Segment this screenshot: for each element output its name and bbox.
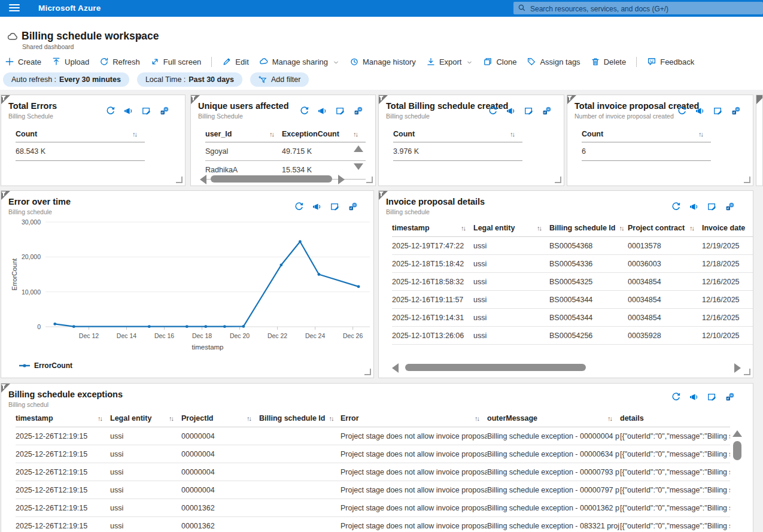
- column-header-outermessage[interactable]: outerMessage↑↓: [487, 414, 620, 422]
- column-header-projectid[interactable]: ProjectId↑↓: [181, 414, 259, 422]
- tile-resize-handle[interactable]: [366, 177, 373, 183]
- time-range-filter-pill[interactable]: Local Time : Past 30 days: [137, 72, 242, 87]
- analytics-icon[interactable]: [159, 106, 169, 116]
- toolbar-button-upload[interactable]: Upload: [51, 57, 89, 66]
- scroll-right-arrow[interactable]: [338, 175, 345, 184]
- note-edit-icon[interactable]: [707, 202, 717, 212]
- column-header-error[interactable]: Error↑↓: [341, 414, 487, 422]
- analytics-icon[interactable]: [725, 392, 735, 402]
- toolbar-button-assign-tags[interactable]: Assign tags: [527, 57, 580, 66]
- analytics-icon[interactable]: [725, 202, 735, 212]
- sort-icon[interactable]: ↑↓: [475, 415, 479, 422]
- vertical-scrollbar-thumb[interactable]: [733, 441, 741, 460]
- scroll-up-arrow[interactable]: [732, 430, 742, 437]
- toolbar-button-full-screen[interactable]: Full screen: [150, 57, 202, 66]
- sort-icon[interactable]: ↑↓: [698, 130, 703, 138]
- tile-resize-handle[interactable]: [176, 177, 183, 183]
- sort-icon[interactable]: ↑↓: [247, 415, 251, 422]
- column-header-invoice-date[interactable]: Invoice date: [702, 224, 753, 232]
- cell: 12/18/2025: [702, 260, 753, 268]
- toolbar-button-manage-history[interactable]: Manage history: [349, 57, 416, 66]
- toolbar-button-create[interactable]: Create: [5, 57, 41, 66]
- chevron-down-icon[interactable]: [134, 32, 144, 41]
- announcement-icon[interactable]: [317, 106, 327, 116]
- toolbar-button-refresh[interactable]: Refresh: [99, 57, 140, 66]
- analytics-icon[interactable]: [353, 106, 363, 116]
- toolbar-button-delete[interactable]: Delete: [591, 57, 627, 66]
- search-input[interactable]: [529, 2, 759, 16]
- horizontal-scrollbar-thumb[interactable]: [405, 364, 586, 371]
- scroll-right-arrow[interactable]: [734, 363, 741, 373]
- column-header-exceptioncount[interactable]: ExceptionCount↑↓: [282, 130, 366, 138]
- tile-resize-handle[interactable]: [744, 369, 750, 375]
- toolbar-button-clone[interactable]: Clone: [483, 57, 516, 66]
- export-icon: [426, 57, 436, 66]
- sort-icon[interactable]: ↑↓: [132, 130, 136, 138]
- tile-refresh-icon[interactable]: [299, 106, 309, 116]
- sort-icon[interactable]: ↑↓: [329, 415, 333, 422]
- scroll-left-arrow[interactable]: [392, 363, 399, 373]
- sort-icon[interactable]: ↑↓: [619, 224, 623, 232]
- sort-icon[interactable]: ↑↓: [607, 415, 612, 422]
- table-row: 2025-12-26T12:19:15ussi00000004Project s…: [16, 481, 730, 499]
- column-header-billing-schedule-id[interactable]: Billing schedule Id↑↓: [549, 224, 628, 232]
- sort-icon[interactable]: ↑↓: [461, 224, 465, 232]
- sort-icon[interactable]: ↑↓: [269, 130, 273, 138]
- toolbar-button-edit[interactable]: Edit: [222, 57, 248, 66]
- hamburger-menu-icon[interactable]: [9, 4, 20, 13]
- announcement-icon[interactable]: [689, 202, 699, 212]
- cell: [{"outerId":"0","message":"Billing sch: [620, 432, 730, 440]
- tile-refresh-icon[interactable]: [488, 106, 498, 116]
- invoice-details-table: timestamp↑↓Legal entity↑↓Billing schedul…: [392, 220, 753, 345]
- sort-icon[interactable]: ↑↓: [169, 415, 173, 422]
- tile-refresh-icon[interactable]: [671, 392, 681, 402]
- column-header-count[interactable]: Count↑↓: [16, 130, 145, 138]
- announcement-icon[interactable]: [506, 106, 516, 116]
- scroll-left-arrow[interactable]: [200, 175, 206, 184]
- column-header-legal-entity[interactable]: Legal entity↑↓: [473, 224, 549, 232]
- announcement-icon[interactable]: [695, 106, 705, 116]
- column-header-legal-entity[interactable]: Legal entity↑↓: [110, 414, 181, 422]
- note-edit-icon[interactable]: [707, 392, 717, 402]
- sort-icon[interactable]: ↑↓: [537, 224, 541, 232]
- note-edit-icon[interactable]: [713, 106, 723, 116]
- column-header-details[interactable]: details: [620, 414, 730, 422]
- sort-icon[interactable]: ↑↓: [353, 130, 357, 138]
- scroll-down-arrow[interactable]: [354, 163, 363, 170]
- column-header-billing-schedule-id[interactable]: Billing schedule Id↑↓: [259, 414, 341, 422]
- tile-refresh-icon[interactable]: [105, 106, 115, 116]
- toolbar-button-feedback[interactable]: Feedback: [647, 57, 694, 66]
- announcement-icon[interactable]: [123, 106, 133, 116]
- column-header-count[interactable]: Count↑↓: [393, 130, 522, 138]
- column-header-label: Project contract: [628, 224, 685, 232]
- note-edit-icon[interactable]: [335, 106, 345, 116]
- tile-resize-handle[interactable]: [555, 177, 561, 183]
- analytics-icon[interactable]: [542, 106, 552, 116]
- azure-brand[interactable]: Microsoft Azure: [38, 4, 101, 13]
- tile-refresh-icon[interactable]: [671, 202, 681, 212]
- cell: 12/16/2025: [702, 278, 753, 286]
- analytics-icon[interactable]: [731, 106, 741, 116]
- toolbar-button-label: Manage sharing: [272, 57, 328, 66]
- column-header-count[interactable]: Count↑↓: [582, 130, 711, 138]
- note-edit-icon[interactable]: [524, 106, 534, 116]
- column-header-timestamp[interactable]: timestamp↑↓: [392, 224, 473, 232]
- tile-refresh-icon[interactable]: [677, 106, 687, 116]
- column-header-timestamp[interactable]: timestamp↑↓: [16, 414, 110, 422]
- note-edit-icon[interactable]: [141, 106, 151, 116]
- auto-refresh-filter-pill[interactable]: Auto refresh : Every 30 minutes: [3, 72, 129, 87]
- scroll-up-arrow[interactable]: [354, 145, 363, 152]
- toolbar-button-label: Export: [439, 57, 462, 66]
- toolbar-button-manage-sharing[interactable]: Manage sharing: [259, 57, 339, 66]
- sort-icon[interactable]: ↑↓: [98, 415, 102, 422]
- tile-resize-handle[interactable]: [364, 369, 371, 375]
- tile-resize-handle[interactable]: [744, 177, 750, 183]
- sort-icon[interactable]: ↑↓: [689, 224, 694, 232]
- horizontal-scrollbar-thumb[interactable]: [211, 175, 332, 183]
- toolbar-button-export[interactable]: Export: [426, 57, 473, 66]
- add-filter-button[interactable]: Add filter: [250, 72, 309, 87]
- column-header-project-contract[interactable]: Project contract↑↓: [628, 224, 702, 232]
- sort-icon[interactable]: ↑↓: [510, 130, 514, 138]
- announcement-icon[interactable]: [689, 392, 699, 402]
- column-header-user-id[interactable]: user_Id↑↓: [205, 130, 282, 138]
